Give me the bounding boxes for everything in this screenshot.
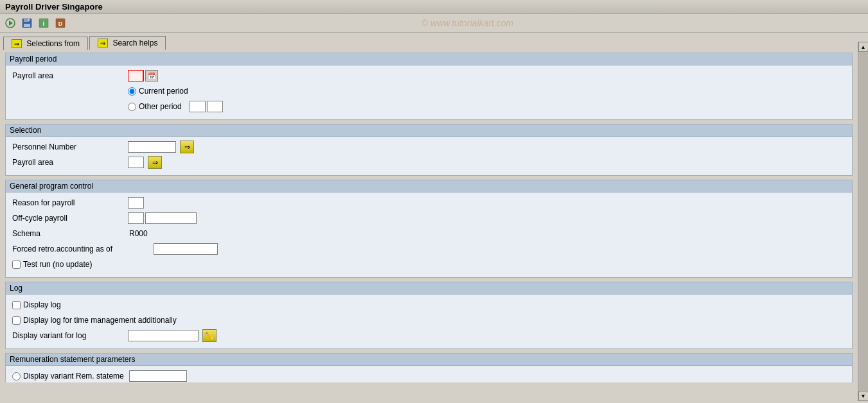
display-log-text: Display log [23, 300, 61, 309]
tab-arrow-icon: ⇒ [12, 39, 22, 48]
reason-for-payroll-input[interactable] [128, 197, 144, 209]
personnel-number-input[interactable] [128, 141, 176, 153]
forced-retro-input[interactable] [154, 243, 218, 255]
display-variant-rem-radio[interactable] [12, 372, 21, 381]
watermark: © www.tutorialkart.com [70, 18, 865, 28]
remuneration-body: Display variant Rem. stateme [6, 366, 852, 382]
general-program-control-body: Reason for payroll Off-cycle payroll Sch… [6, 193, 852, 277]
svg-text:D: D [58, 21, 63, 27]
scroll-down-button[interactable]: ▼ [858, 391, 869, 401]
schema-label: Schema [12, 229, 128, 238]
debug-icon[interactable]: D [53, 16, 67, 30]
svg-marker-1 [9, 21, 13, 26]
general-program-control-section: General program control Reason for payro… [5, 180, 853, 278]
display-variant-input[interactable] [128, 330, 199, 341]
display-log-row: Display log [12, 298, 846, 311]
tab-arrow-icon-2: ⇒ [98, 39, 108, 47]
selection-payroll-area-row: Payroll area ⇒ [12, 156, 846, 169]
payroll-period-section: Payroll period Payroll area 📅 Current pe… [5, 53, 853, 120]
svg-rect-3 [24, 19, 29, 22]
reason-for-payroll-row: Reason for payroll [12, 196, 846, 209]
payroll-area-input[interactable] [128, 70, 144, 81]
window-title: Payroll Driver Singapore [5, 2, 103, 12]
display-variant-pencil-button[interactable]: ✏️ [202, 329, 217, 342]
personnel-number-label: Personnel Number [12, 142, 128, 151]
svg-text:i: i [43, 20, 45, 27]
display-variant-rem-text: Display variant Rem. stateme [23, 372, 124, 381]
log-body: Display log Display log for time managem… [6, 295, 852, 348]
forced-retro-label: Forced retro.accounting as of [12, 244, 154, 253]
other-period-radio[interactable] [128, 103, 136, 111]
tab-label-search-helps: Search helps [112, 39, 157, 47]
test-run-checkbox[interactable] [12, 261, 21, 269]
selection-header: Selection [6, 124, 852, 137]
display-variant-rem-radio-label[interactable]: Display variant Rem. stateme [12, 372, 124, 381]
payroll-period-body: Payroll area 📅 Current period O [6, 65, 852, 119]
test-run-row: Test run (no update) [12, 258, 846, 271]
save-variant-icon[interactable] [20, 16, 34, 30]
display-variant-rem-input[interactable] [129, 370, 187, 382]
test-run-checkbox-label[interactable]: Test run (no update) [12, 260, 92, 269]
tab-selections-from[interactable]: ⇒ Selections from [3, 37, 88, 50]
remuneration-section: Remuneration statement parameters Displa… [5, 353, 853, 382]
tab-bar: ⇒ Selections from ⇒ Search helps [0, 33, 868, 50]
other-period-text: Other period [139, 102, 182, 111]
svg-rect-4 [24, 24, 30, 27]
scroll-up-button[interactable]: ▲ [858, 42, 869, 52]
off-cycle-payroll-input1[interactable] [128, 212, 144, 224]
personnel-number-arrow-button[interactable]: ⇒ [180, 141, 194, 153]
current-period-row: Current period [12, 85, 846, 98]
payroll-period-header: Payroll period [6, 53, 852, 65]
scrollbar-right: ▲ ▼ [858, 42, 868, 401]
display-log-time-row: Display log for time management addition… [12, 314, 846, 327]
current-period-radio-label[interactable]: Current period [128, 87, 188, 96]
off-cycle-payroll-row: Off-cycle payroll [12, 212, 846, 225]
payroll-area-calendar-button[interactable]: 📅 [145, 70, 158, 81]
other-period-input2[interactable] [207, 101, 223, 112]
log-header: Log [6, 282, 852, 295]
forced-retro-row: Forced retro.accounting as of [12, 243, 846, 255]
other-period-row: Other period [12, 100, 846, 113]
remuneration-header: Remuneration statement parameters [6, 354, 852, 366]
current-period-radio[interactable] [128, 87, 136, 96]
svg-rect-5 [28, 19, 30, 21]
current-period-text: Current period [139, 87, 188, 96]
scrollbar-track[interactable] [858, 52, 868, 391]
info-icon[interactable]: i [37, 16, 51, 30]
payroll-area-label: Payroll area [12, 71, 128, 80]
tab-search-helps[interactable]: ⇒ Search helps [89, 36, 166, 50]
other-period-radio-label[interactable]: Other period [128, 102, 182, 111]
display-log-checkbox[interactable] [12, 301, 21, 309]
display-log-time-text: Display log for time management addition… [23, 316, 177, 325]
off-cycle-payroll-input2[interactable] [145, 212, 197, 224]
log-section: Log Display log Display log for time man… [5, 282, 853, 349]
payroll-area-input-group: 📅 [128, 70, 158, 81]
test-run-text: Test run (no update) [23, 260, 92, 269]
schema-value: R000 [128, 229, 148, 238]
main-content: Payroll period Payroll area 📅 Current pe… [0, 50, 858, 382]
off-cycle-payroll-label: Off-cycle payroll [12, 214, 128, 223]
schema-row: Schema R000 [12, 227, 846, 240]
selection-payroll-area-input[interactable] [128, 157, 144, 168]
reason-for-payroll-label: Reason for payroll [12, 198, 128, 207]
general-program-control-header: General program control [6, 180, 852, 193]
payroll-area-row: Payroll area 📅 [12, 69, 846, 82]
selection-section: Selection Personnel Number ⇒ Payroll are… [5, 124, 853, 176]
other-period-input1[interactable] [190, 101, 206, 112]
toolbar: i D © www.tutorialkart.com [0, 14, 868, 33]
display-log-checkbox-label[interactable]: Display log [12, 300, 61, 309]
selection-body: Personnel Number ⇒ Payroll area ⇒ [6, 137, 852, 175]
display-log-time-checkbox[interactable] [12, 316, 21, 325]
selection-payroll-area-label: Payroll area [12, 158, 128, 167]
display-variant-rem-row: Display variant Rem. stateme [12, 370, 846, 382]
display-variant-row: Display variant for log ✏️ [12, 329, 846, 342]
personnel-number-row: Personnel Number ⇒ [12, 141, 846, 153]
title-bar: Payroll Driver Singapore [0, 0, 868, 14]
execute-icon[interactable] [3, 16, 17, 30]
tab-label-selections-from: Selections from [26, 39, 80, 48]
display-variant-label: Display variant for log [12, 331, 128, 340]
selection-payroll-area-arrow-button[interactable]: ⇒ [148, 156, 162, 169]
display-log-time-checkbox-label[interactable]: Display log for time management addition… [12, 316, 177, 325]
